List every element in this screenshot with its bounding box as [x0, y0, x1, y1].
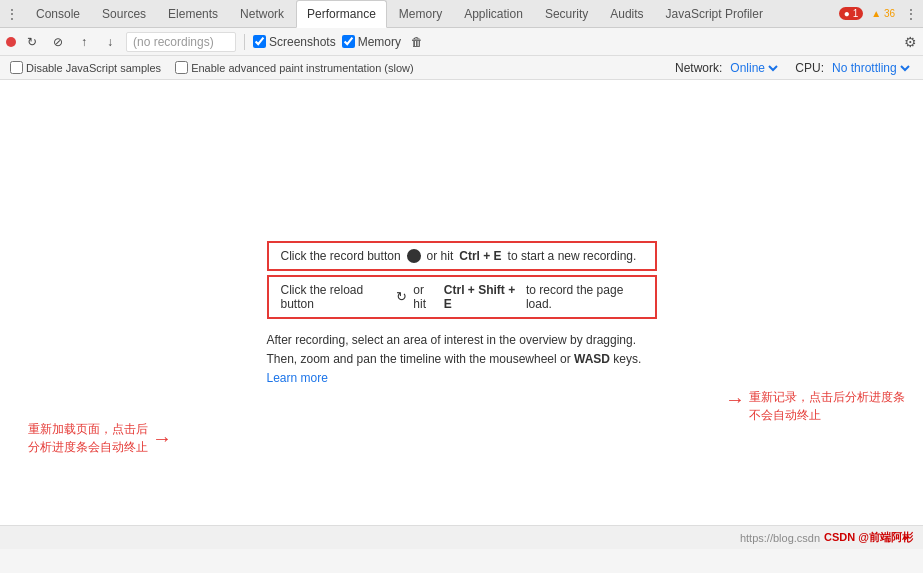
toolbar: ↻ ⊘ ↑ ↓ (no recordings) Screenshots Memo… [0, 28, 923, 56]
options-row: Disable JavaScript samples Enable advanc… [0, 56, 923, 80]
after-line1: After recording, select an area of inter… [267, 331, 642, 350]
left-arrow-icon: → [152, 427, 172, 450]
tab-end-area: ● 1 ▲ 36 ⋮ [839, 6, 919, 22]
reload-text-3: to record the page load. [526, 283, 643, 311]
record-text-3: to start a new recording. [508, 249, 637, 263]
right-arrow-icon: → [725, 388, 745, 411]
cpu-setting: CPU: No throttling [795, 60, 913, 76]
right-line1: 重新记录，点击后分析进度条 [749, 388, 905, 406]
disable-js-checkbox[interactable] [10, 61, 23, 74]
delete-icon[interactable]: 🗑 [407, 32, 427, 52]
back-button[interactable]: ↑ [74, 32, 94, 52]
wasd-bold: WASD [574, 352, 610, 366]
record-text-1: Click the record button [281, 249, 401, 263]
after-recording-text: After recording, select an area of inter… [267, 331, 642, 389]
screenshots-label: Screenshots [269, 35, 336, 49]
tab-elements[interactable]: Elements [158, 0, 228, 28]
main-content: Click the record button or hit Ctrl + E … [0, 80, 923, 549]
record-dot-icon [407, 249, 421, 263]
devtools-icon[interactable]: ⋮ [4, 6, 20, 22]
options-left: Disable JavaScript samples Enable advanc… [10, 61, 414, 74]
tab-memory[interactable]: Memory [389, 0, 452, 28]
reload-shortcut: Ctrl + Shift + E [444, 283, 520, 311]
left-line2: 分析进度条会自动终止 [28, 438, 148, 456]
memory-toggle[interactable]: Memory [342, 35, 401, 49]
right-line2: 不会自动终止 [749, 406, 905, 424]
tab-js-profiler[interactable]: JavaScript Profiler [656, 0, 773, 28]
learn-more-link[interactable]: Learn more [267, 371, 328, 385]
left-annotation-text: 重新加载页面，点击后 分析进度条会自动终止 [28, 420, 148, 456]
instructions-panel: Click the record button or hit Ctrl + E … [267, 241, 657, 389]
screenshots-checkbox[interactable] [253, 35, 266, 48]
watermark-text: CSDN @前端阿彬 [824, 530, 913, 545]
reload-button[interactable]: ↻ [22, 32, 42, 52]
memory-checkbox[interactable] [342, 35, 355, 48]
record-text-2: or hit [427, 249, 454, 263]
left-line1: 重新加载页面，点击后 [28, 420, 148, 438]
tab-application[interactable]: Application [454, 0, 533, 28]
disable-js-option[interactable]: Disable JavaScript samples [10, 61, 161, 74]
watermark-url: https://blog.csdn [740, 532, 820, 544]
forward-button[interactable]: ↓ [100, 32, 120, 52]
reload-text-1: Click the reload button [281, 283, 391, 311]
advanced-paint-checkbox[interactable] [175, 61, 188, 74]
record-shortcut: Ctrl + E [459, 249, 501, 263]
advanced-paint-label: Enable advanced paint instrumentation (s… [191, 62, 414, 74]
error-badge: ● 1 [839, 7, 863, 20]
record-button[interactable] [6, 37, 16, 47]
record-instruction-box: Click the record button or hit Ctrl + E … [267, 241, 657, 271]
screenshots-toggle[interactable]: Screenshots [253, 35, 336, 49]
tab-bar: ⋮ Console Sources Elements Network Perfo… [0, 0, 923, 28]
left-annotation: 重新加载页面，点击后 分析进度条会自动终止 → [28, 420, 172, 456]
network-label: Network: [675, 61, 722, 75]
more-options-icon[interactable]: ⋮ [903, 6, 919, 22]
network-select[interactable]: Online [726, 60, 781, 76]
bottom-bar: https://blog.csdn CSDN @前端阿彬 [0, 525, 923, 549]
right-annotation-text: 重新记录，点击后分析进度条 不会自动终止 [749, 388, 905, 424]
sep1 [244, 34, 245, 50]
cpu-label: CPU: [795, 61, 824, 75]
tab-sources[interactable]: Sources [92, 0, 156, 28]
reload-text-2: or hit [413, 283, 438, 311]
tab-console[interactable]: Console [26, 0, 90, 28]
right-annotation: → 重新记录，点击后分析进度条 不会自动终止 [725, 388, 905, 424]
tab-security[interactable]: Security [535, 0, 598, 28]
stop-button[interactable]: ⊘ [48, 32, 68, 52]
after-line2: Then, zoom and pan the timeline with the… [267, 350, 642, 369]
warning-badge: ▲ 36 [871, 8, 895, 19]
reload-icon: ↻ [396, 289, 407, 304]
memory-label: Memory [358, 35, 401, 49]
network-setting: Network: Online [675, 60, 781, 76]
advanced-paint-option[interactable]: Enable advanced paint instrumentation (s… [175, 61, 414, 74]
reload-instruction-box: Click the reload button ↻ or hit Ctrl + … [267, 275, 657, 319]
cpu-select[interactable]: No throttling [828, 60, 913, 76]
tab-audits[interactable]: Audits [600, 0, 653, 28]
recording-selector[interactable]: (no recordings) [126, 32, 236, 52]
tab-performance[interactable]: Performance [296, 0, 387, 28]
options-right: Network: Online CPU: No throttling [675, 60, 913, 76]
disable-js-label: Disable JavaScript samples [26, 62, 161, 74]
settings-icon[interactable]: ⚙ [904, 34, 917, 50]
tab-network[interactable]: Network [230, 0, 294, 28]
tab-icons: ⋮ [4, 6, 20, 22]
